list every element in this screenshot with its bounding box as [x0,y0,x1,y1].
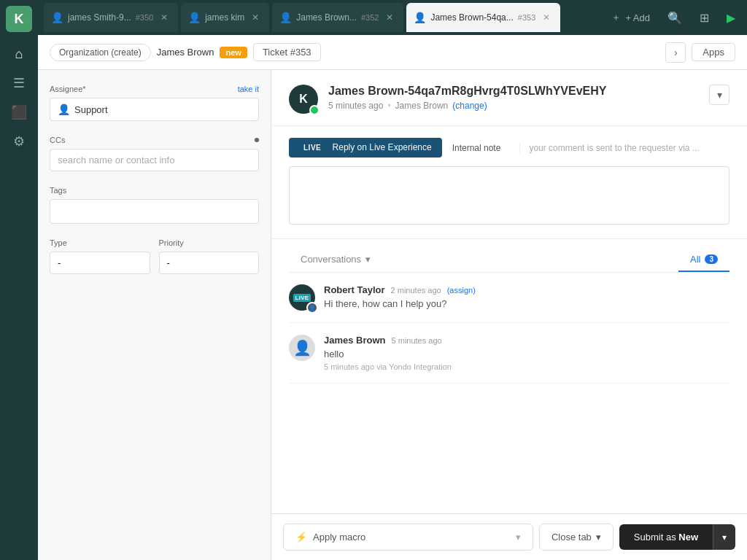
add-tab-button[interactable]: ＋ + Add [605,7,656,28]
msg2-footer: 5 minutes ago via Yondo Integration [324,362,452,371]
take-it-link[interactable]: take it [238,85,259,93]
submit-label: Submit as [634,532,678,542]
assignee-input[interactable]: 👤 Support [50,98,259,121]
org-create-button[interactable]: Organization (create) [50,44,151,61]
add-label: + Add [625,12,650,23]
type-label: Type [50,238,150,247]
all-label: All [690,254,700,265]
close-tab-label: Close tab [551,532,592,542]
tab-number-4: #353 [518,13,535,22]
priority-label: Priority [159,238,260,247]
type-select[interactable]: - [50,252,150,274]
tab-icon-1: 👤 [51,12,63,23]
tab-actions: ＋ + Add 🔍 ⊞ ▶ [605,7,741,29]
close-tab-button[interactable]: Close tab ▾ [539,524,614,551]
ccs-label: CCs [50,136,259,144]
nav-home-icon[interactable]: ⌂ [6,41,32,67]
ticket-new-badge: new [220,47,247,58]
live-badge: LIVE [299,142,325,153]
reply-internal-label: Internal note [452,143,501,153]
priority-select[interactable]: - [159,252,260,274]
tab-close-2[interactable]: ✕ [249,11,262,24]
message-james-brown: 👤 James Brown 5 minutes ago hello 5 minu… [289,323,729,384]
priority-section: Priority - [159,238,260,274]
reply-input[interactable] [289,166,729,225]
submit-new-word: New [678,532,698,542]
reply-tabs: LIVE Reply on Live Experience Internal n… [289,138,729,158]
nav-settings-icon[interactable]: ⚙ [6,128,32,155]
assignee-label: Assignee* take it [50,85,259,93]
type-priority-row: Type - Priority - [50,238,259,289]
ccs-dot-icon [255,138,259,142]
ccs-input[interactable] [50,149,259,171]
tab-label-3: James Brown... [296,12,357,23]
submit-button-group: Submit as New ▾ [619,524,735,550]
tab-label-4: James Brown-54qa... [430,12,513,23]
conversations-header: Conversations ▾ All 3 [289,239,729,273]
close-tab-chevron-icon: ▾ [596,532,601,542]
msg2-body: hello [324,349,452,359]
all-tab[interactable]: All 3 [678,248,729,272]
reply-internal-tab[interactable]: Internal note [442,139,511,158]
search-button[interactable]: 🔍 [662,7,688,29]
tab-james-smith[interactable]: 👤 james Smith-9... #350 ✕ [44,3,178,32]
apply-macro-button[interactable]: ⚡ Apply macro ▾ [283,524,533,551]
assignee-person-icon: 👤 [58,104,70,115]
conversations-tab[interactable]: Conversations ▾ [289,248,382,272]
nav-reports-icon[interactable]: ⬛ [6,99,32,125]
msg1-author: Robert Taylor [324,284,385,295]
tab-icon-3: 👤 [279,12,292,23]
tab-number-1: #350 [136,13,153,22]
ticket-avatar-container: K [289,85,318,114]
msg1-avatar-container: LIVE 👤 [289,284,315,311]
msg2-author: James Brown [324,335,386,346]
ticket-change-link[interactable]: (change) [452,101,487,111]
submit-dropdown-button[interactable]: ▾ [713,524,735,550]
msg1-header: Robert Taylor 2 minutes ago (assign) [324,284,476,295]
grid-button[interactable]: ⊞ [694,7,715,29]
tab-close-3[interactable]: ✕ [383,11,396,24]
app-logo[interactable]: K [6,6,32,32]
tags-input[interactable] [50,199,259,224]
breadcrumb-chevron-icon[interactable]: › [665,42,686,63]
tab-label-1: james Smith-9... [68,12,131,23]
submit-button[interactable]: Submit as New [619,524,713,550]
search-icon: 🔍 [667,11,682,25]
ccs-section: CCs [50,136,259,171]
macro-chevron-icon: ▾ [516,532,521,542]
tab-james-brown-352[interactable]: 👤 James Brown... #352 ✕ [272,3,403,32]
tab-icon-4: 👤 [414,12,426,23]
tab-icon-2: 👤 [188,12,201,23]
message-robert-taylor: LIVE 👤 Robert Taylor 2 minutes ago (assi… [289,273,729,323]
reply-live-tab[interactable]: LIVE Reply on Live Experience [289,138,442,158]
reply-area: LIVE Reply on Live Experience Internal n… [271,126,747,239]
msg1-assign-link[interactable]: (assign) [447,286,476,295]
tab-close-1[interactable]: ✕ [158,11,171,24]
add-icon: ＋ [611,11,621,24]
tab-james-kim[interactable]: 👤 james kim ✕ [181,3,269,32]
breadcrumb-name: James Brown [157,47,214,58]
tab-james-brown-353[interactable]: 👤 James Brown-54qa... #353 ✕ [406,3,560,32]
avatar-online-status [309,105,320,115]
tab-label-2: james kim [205,12,244,23]
nav-tickets-icon[interactable]: ☰ [6,70,32,96]
meta-dot: • [387,101,390,111]
ticket-more-button[interactable]: ▾ [709,85,729,105]
msg1-time: 2 minutes ago [391,286,441,295]
ticket-number-label: Ticket #353 [253,43,321,61]
msg1-status-icon: 👤 [306,302,318,314]
main-area: 👤 james Smith-9... #350 ✕ 👤 james kim ✕ … [38,0,747,560]
conversations-chevron-icon: ▾ [365,254,371,265]
assignee-value: Support [74,104,108,115]
reply-live-label: Reply on Live Experience [333,142,432,152]
assignee-section: Assignee* take it 👤 Support [50,85,259,121]
msg2-time: 5 minutes ago [392,336,442,345]
tab-close-4[interactable]: ✕ [540,11,553,24]
tags-label: Tags [50,186,259,195]
msg2-header: James Brown 5 minutes ago [324,335,452,346]
apps-button[interactable]: Apps [692,43,735,61]
play-button[interactable]: ▶ [721,7,741,29]
ticket-sidebar: Assignee* take it 👤 Support CCs Tags [38,70,271,560]
msg2-content: James Brown 5 minutes ago hello 5 minute… [324,335,452,371]
ticket-info: James Brown-54qa7mR8gHvrg4T0SLWhYVEvEHY … [328,85,729,111]
